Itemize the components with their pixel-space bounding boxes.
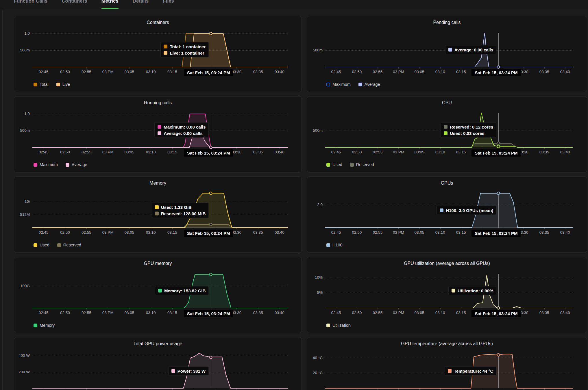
x-axis-label: 03:05 xyxy=(415,150,424,154)
chart-plot-gpu-utilization[interactable]: 10%5%02:4502:5002:5503 PM03:0503:1003:15… xyxy=(325,273,573,308)
series-color-swatch xyxy=(171,369,175,373)
hover-point-marker xyxy=(497,353,500,356)
legend-item-average[interactable]: Average xyxy=(66,162,87,167)
tab-metrics[interactable]: Metrics xyxy=(101,0,119,9)
legend-color-swatch xyxy=(326,324,330,327)
legend-item-used[interactable]: Used xyxy=(326,162,342,167)
x-axis-label: 03:40 xyxy=(560,70,570,74)
chart-plot-containers[interactable]: 1.0500m02:4502:5002:5503 PM03:0503:1003:… xyxy=(32,32,288,67)
y-axis-label: 5% xyxy=(305,290,323,295)
chart-legend: H100 xyxy=(326,243,343,247)
value-tooltip-text: Used: 1.33 GiB xyxy=(161,205,192,209)
value-tooltip-row: H100: 3.0 GPUs (mean) xyxy=(440,208,493,213)
x-axis-label: 02:55 xyxy=(82,311,91,315)
x-axis-tick xyxy=(482,308,482,309)
y-axis-label: 512M xyxy=(12,212,30,217)
legend-item-live[interactable]: Live xyxy=(56,82,70,87)
y-axis-label: 500m xyxy=(305,48,323,52)
legend-item-total[interactable]: Total xyxy=(34,82,49,87)
hover-crosshair xyxy=(211,354,211,388)
chart-card-cpu: CPU500m02:4502:5002:5503 PM03:0503:1003:… xyxy=(307,96,587,172)
legend-item-used[interactable]: Used xyxy=(34,243,49,247)
chart-card-running-calls: Running calls1.0500m02:4502:5002:5503 PM… xyxy=(14,96,302,172)
legend-label: Average xyxy=(365,82,380,87)
legend-item-maximum[interactable]: Maximum xyxy=(34,162,58,167)
value-tooltip-text: Temperature: 44 °C xyxy=(454,368,493,373)
tab-containers[interactable]: Containers xyxy=(62,0,87,9)
tab-details[interactable]: Details xyxy=(133,0,149,9)
x-axis-label: 02:45 xyxy=(331,311,341,315)
tab-files[interactable]: Files xyxy=(163,0,174,9)
value-tooltip-row: Used: 0.03 cores xyxy=(444,131,493,135)
legend-item-reserved[interactable]: Reserved xyxy=(350,162,374,167)
x-axis-label: 03:05 xyxy=(124,150,134,154)
chart-plot-gpu-temperature[interactable]: 40 °C20 °C02:4502:5002:5503 PM03:0503:10… xyxy=(325,353,573,388)
x-axis-label: 03:30 xyxy=(232,150,241,154)
y-axis-label: 500m xyxy=(12,128,30,133)
chart-title: GPU temperature (average across all GPUs… xyxy=(307,341,587,346)
legend-item-h100[interactable]: H100 xyxy=(326,243,343,247)
chart-plot-running-calls[interactable]: 1.0500m02:4502:5002:5503 PM03:0503:1003:… xyxy=(32,112,288,147)
chart-card-containers: Containers1.0500m02:4502:5002:5503 PM03:… xyxy=(14,16,302,92)
series-line-reserved xyxy=(32,224,288,228)
value-tooltip-row: Power: 381 W xyxy=(171,368,206,373)
value-tooltip: Maximum: 0.00 callsAverage: 0.00 calls xyxy=(155,122,208,137)
legend-item-memory[interactable]: Memory xyxy=(34,323,55,328)
legend-color-swatch xyxy=(350,163,354,167)
series-color-swatch xyxy=(452,289,455,292)
chart-plot-gpu-power[interactable]: 400 W200 W02:4502:5002:5503 PM03:0503:10… xyxy=(32,353,288,388)
date-tooltip: Sat Feb 15, 03:24 PM xyxy=(471,149,521,157)
hover-crosshair xyxy=(211,113,211,147)
legend-label: Used xyxy=(332,162,342,167)
x-axis-label: 03 PM xyxy=(102,311,114,315)
x-axis-tick xyxy=(482,228,482,229)
value-tooltip-row: Reserved: 0.12 cores xyxy=(444,124,493,129)
legend-item-maximum[interactable]: Maximum xyxy=(326,82,351,87)
x-axis-label: 03:35 xyxy=(539,230,549,235)
chart-title: CPU xyxy=(307,100,587,105)
chart-plot-memory[interactable]: 1G512M02:4502:5002:5503 PM03:0503:1003:1… xyxy=(32,193,288,228)
series-color-swatch xyxy=(444,131,448,135)
y-axis-label: 1G xyxy=(12,199,30,204)
value-tooltip: Total: 1 containerLive: 1 container xyxy=(161,42,208,57)
hover-crosshair xyxy=(498,354,499,388)
legend-item-average[interactable]: Average xyxy=(358,82,380,87)
chart-plot-gpus[interactable]: 2.002:4502:5002:5503 PM03:0503:1003:1503… xyxy=(325,193,573,228)
chart-card-memory: Memory1G512M02:4502:5002:5503 PM03:0503:… xyxy=(14,177,302,253)
legend-item-utilization[interactable]: Utilization xyxy=(326,323,351,328)
legend-color-swatch xyxy=(57,243,61,247)
series-line-power xyxy=(32,353,288,388)
value-tooltip-row: Live: 1 container xyxy=(164,50,206,55)
x-axis-label: 03:05 xyxy=(415,70,424,74)
tab-label: Function Calls xyxy=(14,0,47,4)
chart-plot-pending-calls[interactable]: 500m02:4502:5002:5503 PM03:0503:1003:150… xyxy=(325,32,573,67)
value-tooltip-row: Maximum: 0.00 calls xyxy=(158,124,206,129)
series-color-swatch xyxy=(444,125,448,129)
chart-title: Pending calls xyxy=(307,20,587,25)
legend-item-reserved[interactable]: Reserved xyxy=(57,243,81,247)
chart-plot-cpu[interactable]: 500m02:4502:5002:5503 PM03:0503:1003:150… xyxy=(325,112,573,147)
legend-color-swatch xyxy=(326,243,330,247)
chart-title: GPU utilization (average across all GPUs… xyxy=(307,261,587,266)
hover-point-marker xyxy=(497,66,500,69)
x-axis-label: 03:10 xyxy=(146,150,156,154)
legend-label: Total xyxy=(40,82,49,87)
tab-label: Details xyxy=(133,0,149,4)
tab-function-calls[interactable]: Function Calls xyxy=(14,0,47,9)
x-axis-label: 03:15 xyxy=(167,311,177,315)
legend-color-swatch xyxy=(66,163,69,167)
date-tooltip: Sat Feb 15, 03:24 PM xyxy=(471,310,521,317)
x-axis-label: 03 PM xyxy=(102,150,114,154)
value-tooltip-text: Memory: 153.82 GiB xyxy=(164,288,206,293)
x-axis-label: 03:30 xyxy=(232,311,241,315)
chart-plot-gpu-memory[interactable]: 100G02:4502:5002:5503 PM03:0503:1003:150… xyxy=(32,273,288,308)
x-axis-label: 03:05 xyxy=(124,230,134,235)
chart-series-canvas xyxy=(32,32,288,67)
legend-color-swatch xyxy=(326,83,330,86)
series-area-total xyxy=(32,34,288,67)
series-line-live xyxy=(32,34,288,67)
series-area-reserved xyxy=(325,143,573,147)
x-axis-label: 03:10 xyxy=(435,70,445,74)
x-axis-label: 03:15 xyxy=(456,70,466,74)
hover-point-marker xyxy=(209,273,212,276)
